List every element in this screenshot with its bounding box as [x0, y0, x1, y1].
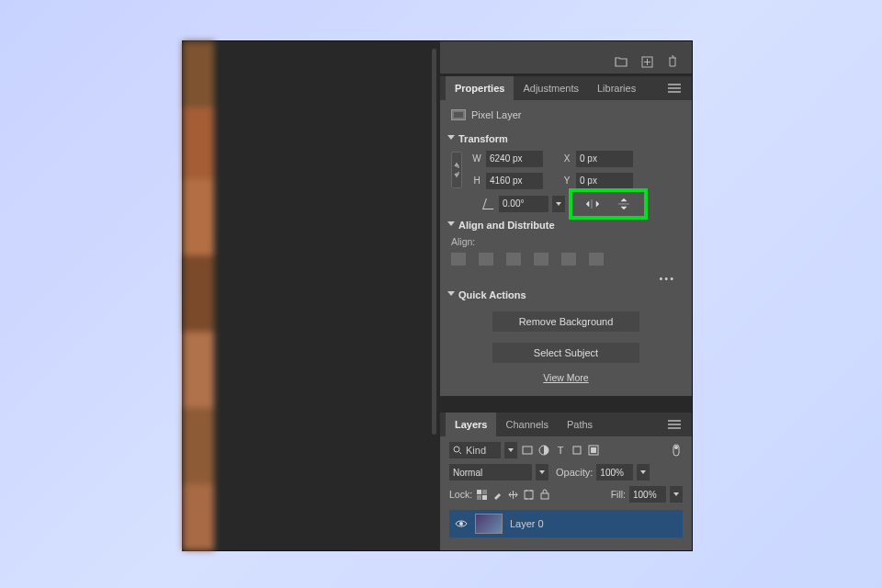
lock-pixels-icon[interactable] [476, 488, 488, 501]
tab-paths[interactable]: Paths [558, 413, 602, 436]
tab-layers[interactable]: Layers [446, 413, 496, 436]
layer-type-icon [451, 109, 466, 120]
flip-controls [576, 194, 640, 214]
svg-rect-13 [525, 491, 533, 499]
y-field[interactable]: 0 px [576, 173, 633, 189]
layer-row[interactable]: Layer 0 [449, 510, 683, 537]
fill-dropdown[interactable] [670, 486, 683, 503]
lock-all-icon[interactable] [538, 488, 550, 501]
more-options-icon[interactable]: ••• [451, 269, 681, 284]
right-side-panels: Properties Adjustments Libraries Pixel L… [440, 41, 692, 550]
canvas-area[interactable] [183, 41, 440, 550]
tab-libraries[interactable]: Libraries [588, 76, 645, 100]
filter-type-icon[interactable]: T [554, 444, 567, 457]
new-layer-icon[interactable] [640, 55, 653, 68]
layer-thumbnail[interactable] [475, 514, 503, 534]
x-field[interactable]: 0 px [576, 151, 633, 167]
fill-field[interactable]: 100% [629, 486, 666, 503]
angle-field[interactable]: 0.00° [499, 196, 548, 212]
layer-name[interactable]: Layer 0 [510, 518, 544, 529]
app-window: Properties Adjustments Libraries Pixel L… [182, 40, 693, 551]
chevron-down-icon [447, 221, 455, 229]
lock-label: Lock: [449, 489, 472, 500]
align-title: Align and Distribute [458, 220, 555, 231]
svg-point-15 [459, 522, 463, 526]
flip-vertical-icon[interactable] [616, 198, 631, 210]
chevron-down-icon [447, 291, 455, 299]
transform-grid: W 6240 px X 0 px H 4160 px Y 0 px [451, 150, 681, 190]
align-right-icon[interactable] [506, 253, 521, 266]
opacity-label: Opacity: [556, 467, 593, 478]
tab-properties[interactable]: Properties [446, 76, 514, 100]
svg-rect-4 [573, 447, 581, 454]
transform-title: Transform [458, 133, 508, 144]
panel-menu-icon[interactable] [662, 84, 686, 93]
x-label: X [561, 153, 572, 164]
svg-rect-9 [477, 490, 481, 494]
transform-header[interactable]: Transform [447, 133, 681, 144]
layers-panel: Kind T Normal Opacity: 100% Lock: [440, 436, 692, 550]
kind-dropdown[interactable] [504, 442, 517, 458]
align-hcenter-icon[interactable] [479, 253, 493, 266]
svg-point-8 [674, 446, 678, 449]
filter-shape-icon[interactable] [571, 444, 583, 457]
select-subject-button[interactable]: Select Subject [492, 343, 639, 363]
height-field[interactable]: 4160 px [486, 173, 543, 189]
lock-brush-icon[interactable] [492, 488, 503, 501]
visibility-icon[interactable] [455, 519, 468, 528]
filter-smart-icon[interactable] [587, 444, 600, 457]
trash-icon[interactable] [666, 55, 679, 68]
search-icon [453, 446, 462, 455]
tab-adjustments[interactable]: Adjustments [514, 76, 588, 100]
svg-point-1 [454, 447, 459, 452]
properties-panel: Pixel Layer Transform W 6240 px X 0 px H… [440, 100, 692, 396]
filter-adjust-icon[interactable] [537, 444, 550, 457]
chevron-down-icon [447, 135, 455, 142]
svg-rect-11 [482, 490, 487, 494]
svg-rect-14 [541, 493, 548, 499]
align-header[interactable]: Align and Distribute [447, 220, 681, 231]
align-buttons [451, 253, 681, 266]
h-label: H [471, 175, 482, 186]
align-label: Align: [451, 236, 681, 247]
blend-mode-select[interactable]: Normal [449, 464, 532, 481]
canvas-scrollbar[interactable] [432, 49, 436, 435]
quick-actions-title: Quick Actions [458, 289, 526, 300]
kind-label: Kind [466, 445, 486, 456]
svg-rect-6 [591, 447, 596, 453]
fill-label: Fill: [611, 489, 626, 500]
layer-filter-kind[interactable]: Kind [449, 442, 501, 458]
svg-rect-2 [523, 447, 532, 454]
panel-top-strip [440, 41, 692, 74]
folder-icon[interactable] [615, 55, 628, 68]
align-top-icon[interactable] [534, 253, 548, 266]
link-wh-icon[interactable] [451, 152, 462, 188]
align-vcenter-icon[interactable] [561, 253, 576, 266]
width-field[interactable]: 6240 px [486, 151, 543, 167]
layers-menu-icon[interactable] [662, 420, 686, 429]
tab-channels[interactable]: Channels [496, 413, 557, 436]
layers-tabs: Layers Channels Paths [440, 413, 692, 436]
remove-background-button[interactable]: Remove Background [492, 311, 639, 332]
align-left-icon[interactable] [451, 253, 466, 266]
lock-artboard-icon[interactable] [523, 488, 535, 501]
svg-rect-10 [482, 495, 487, 500]
layer-type-label: Pixel Layer [471, 109, 521, 120]
highlight-box [569, 188, 648, 220]
filter-toggle-icon[interactable] [670, 444, 683, 457]
filter-pixel-icon[interactable] [521, 444, 534, 457]
blend-mode-dropdown[interactable] [536, 464, 548, 481]
lock-position-icon[interactable] [507, 488, 519, 501]
properties-tabs: Properties Adjustments Libraries [440, 76, 692, 100]
angle-dropdown[interactable] [552, 196, 565, 212]
w-label: W [471, 153, 482, 164]
view-more-link[interactable]: View More [543, 372, 588, 383]
svg-rect-12 [477, 495, 481, 500]
y-label: Y [561, 175, 572, 186]
opacity-dropdown[interactable] [637, 464, 650, 481]
quick-actions-header[interactable]: Quick Actions [447, 289, 681, 300]
align-bottom-icon[interactable] [589, 253, 604, 266]
flip-horizontal-icon[interactable] [585, 198, 600, 210]
image-edge [183, 41, 214, 550]
opacity-field[interactable]: 100% [596, 464, 633, 481]
